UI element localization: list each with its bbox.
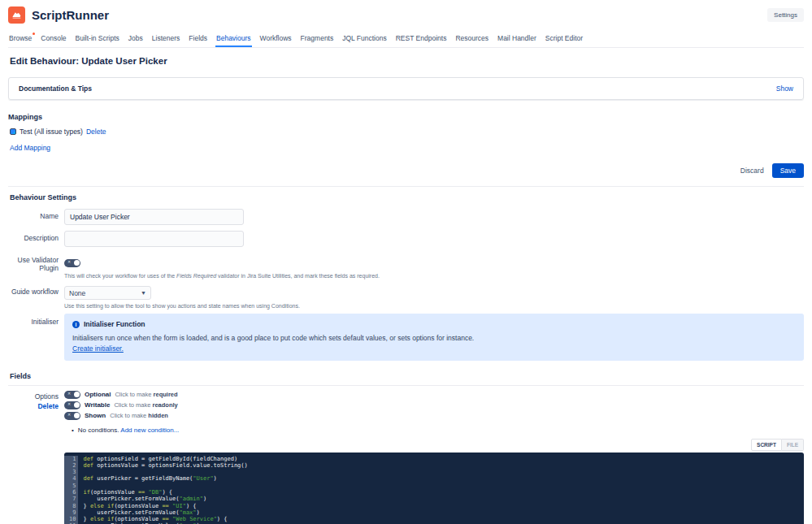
nav-tab-script-editor[interactable]: Script Editor <box>545 32 584 47</box>
optional-toggle[interactable] <box>64 391 80 399</box>
name-label: Name <box>8 208 59 225</box>
options-label-col: Options Delete <box>8 391 59 524</box>
guide-workflow-helper-text: Use this setting to allow the tool to sh… <box>64 303 804 309</box>
editor-tabs: SCRIPT FILE <box>64 439 804 451</box>
field-delete-link[interactable]: Delete <box>8 402 59 410</box>
top-bar: ScriptRunner Settings <box>8 0 804 28</box>
initialiser-row: Initialiser i Initialiser Function Initi… <box>8 314 804 361</box>
validator-helper-text: This will check your workflow for uses o… <box>64 273 804 279</box>
nav-tab-resources[interactable]: Resources <box>454 32 489 47</box>
nav-tab-fields[interactable]: Fields <box>188 32 208 47</box>
toggle-state-label: Shown <box>85 412 106 419</box>
initialiser-description: Initialisers run once when the form is l… <box>72 334 474 342</box>
bullet-icon: • <box>72 427 74 434</box>
nav-tab-jobs[interactable]: Jobs <box>128 32 144 47</box>
field-toggle-list: OptionalClick to make requiredWritableCl… <box>64 391 804 420</box>
project-avatar-icon <box>10 128 16 135</box>
app-title: ScriptRunner <box>32 8 109 22</box>
nav-tab-browse[interactable]: Browse <box>8 32 33 47</box>
mapping-delete-link[interactable]: Delete <box>86 128 106 136</box>
nav-tab-jql-functions[interactable]: JQL Functions <box>341 32 388 47</box>
add-mapping-row: Add Mapping <box>8 141 804 158</box>
mappings-heading: Mappings <box>8 108 804 126</box>
nav-tab-behaviours[interactable]: Behaviours <box>215 32 252 47</box>
info-icon: i <box>72 321 80 328</box>
toggle-hint: Click to make hidden <box>110 412 168 419</box>
scriptrunner-logo-icon <box>8 6 25 24</box>
guide-workflow-value: None <box>69 289 85 297</box>
validator-field-row: Use Validator Plugin This will check you… <box>8 252 804 279</box>
nav-tab-console[interactable]: Console <box>40 32 67 47</box>
description-label: Description <box>8 230 59 247</box>
options-label: Options <box>35 392 59 401</box>
toggle-row-optional: OptionalClick to make required <box>64 391 804 399</box>
add-condition-link[interactable]: Add new condition... <box>120 427 179 434</box>
description-field-row: Description <box>8 230 804 247</box>
description-input[interactable] <box>64 231 244 247</box>
guide-workflow-select[interactable]: None ▼ <box>64 286 151 300</box>
toggle-row-shown: ShownClick to make hidden <box>64 412 804 420</box>
documentation-title: Documentation & Tips <box>19 84 92 93</box>
guide-workflow-label: Guide workflow <box>8 284 59 309</box>
initialiser-info-panel: i Initialiser Function Initialisers run … <box>64 314 804 361</box>
page-title: Edit Behaviour: Update User Picker <box>8 48 804 76</box>
top-actions: Discard Save <box>8 158 804 186</box>
toggle-hint: Click to make readonly <box>114 401 177 409</box>
nav-tab-rest-endpoints[interactable]: REST Endpoints <box>395 32 448 47</box>
documentation-panel: Documentation & Tips Show <box>8 77 804 100</box>
scriptrunner-page: ScriptRunner Settings BrowseConsoleBuilt… <box>0 0 812 524</box>
notification-dot-icon <box>33 32 35 35</box>
settings-button[interactable]: Settings <box>767 8 804 22</box>
conditions-row: •No conditions. Add new condition... <box>72 427 804 434</box>
chevron-down-icon: ▼ <box>141 290 146 296</box>
nav-tab-workflows[interactable]: Workflows <box>259 32 293 47</box>
discard-button-top[interactable]: Discard <box>740 167 764 175</box>
toggle-row-writable: WritableClick to make readonly <box>64 401 804 409</box>
tab-file[interactable]: FILE <box>782 439 804 451</box>
toggle-state-label: Writable <box>85 401 110 409</box>
toggle-state-label: Optional <box>85 391 111 398</box>
nav-tab-mail-handler[interactable]: Mail Handler <box>497 32 537 47</box>
field-options-row: Options Delete OptionalClick to make req… <box>8 391 804 524</box>
guide-workflow-row: Guide workflow None ▼ Use this setting t… <box>8 284 804 309</box>
behaviour-settings-heading: Behaviour Settings <box>8 187 804 208</box>
mapping-row: Test (All issue types) Delete <box>8 126 804 141</box>
mapping-text: Test (All issue types) <box>20 128 83 136</box>
tab-script[interactable]: SCRIPT <box>751 439 782 451</box>
main-nav: BrowseConsoleBuilt-in ScriptsJobsListene… <box>8 28 804 48</box>
fields-heading: Fields <box>8 366 804 386</box>
nav-tab-listeners[interactable]: Listeners <box>151 32 181 47</box>
shown-toggle[interactable] <box>64 412 80 420</box>
initialiser-function-title: Initialiser Function <box>84 320 145 328</box>
documentation-show-link[interactable]: Show <box>776 84 793 93</box>
nav-tab-fragments[interactable]: Fragments <box>300 32 335 47</box>
running-shoe-icon <box>11 10 22 20</box>
validator-label: Use Validator Plugin <box>8 252 59 279</box>
add-mapping-link[interactable]: Add Mapping <box>10 144 50 152</box>
editor-line-numbers: 123456789101112 <box>64 456 78 524</box>
toggle-hint: Click to make required <box>115 391 177 398</box>
nav-tab-built-in-scripts[interactable]: Built-in Scripts <box>75 32 120 47</box>
validator-toggle[interactable] <box>64 259 80 267</box>
writable-toggle[interactable] <box>64 401 80 409</box>
create-initialiser-link[interactable]: Create initialiser. <box>72 344 124 353</box>
no-conditions-text: No conditions. <box>78 427 119 434</box>
name-field-row: Name <box>8 208 804 225</box>
editor-code[interactable]: def optionsField = getFieldById(fieldCha… <box>78 456 804 524</box>
name-input[interactable] <box>64 209 244 225</box>
save-button-top[interactable]: Save <box>772 163 804 178</box>
initialiser-label: Initialiser <box>8 314 59 361</box>
code-editor[interactable]: 123456789101112 def optionsField = getFi… <box>64 453 804 524</box>
